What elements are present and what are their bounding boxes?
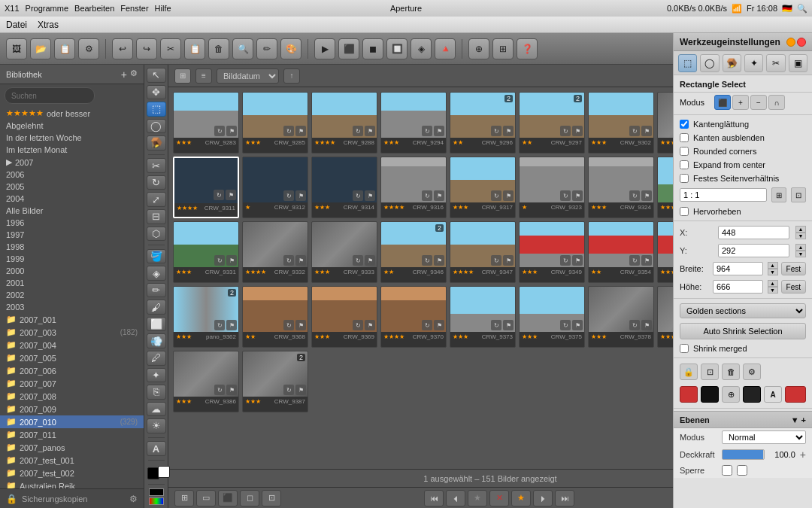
festes-seitenverh-checkbox[interactable] [680,174,689,183]
toolbar-btn-21[interactable]: ❓ [517,38,538,59]
photo-item-CRW_9386[interactable]: ★★★ CRW_9386 ↻ ⚑ [173,351,239,412]
mode-btn-intersect[interactable]: ∩ [768,95,785,110]
photo-rotate-btn[interactable]: ↻ [560,190,571,201]
photo-rotate-btn[interactable]: ↻ [491,255,501,266]
hoehe-input[interactable] [713,280,763,294]
auto-shrink-btn[interactable]: Auto Shrink Selection [680,323,806,339]
photo-flag-btn[interactable]: ⚑ [641,320,652,330]
color-text-btn[interactable]: A [764,386,782,403]
photo-item-CRW_9302[interactable]: ★★★ CRW_9302 ↻ ⚑ [588,92,654,154]
photo-flag-btn[interactable]: ⚑ [365,126,375,136]
rounded-corners-checkbox[interactable] [680,147,689,156]
photo-rotate-btn[interactable]: ↻ [353,190,363,201]
tool-icon-ellipse[interactable]: ◯ [700,54,719,72]
color-swatch-red2[interactable] [785,386,806,403]
sidebar-search-input[interactable] [5,87,95,104]
breite-stepper-up[interactable]: ▲ [768,262,778,269]
x-stepper-down[interactable]: ▼ [795,233,806,239]
photo-item-pano_9362[interactable]: ★★★ pano_9362 2 ↻ ⚑ [173,286,239,348]
photo-item-CRW_9378[interactable]: ★★★ CRW_9378 ↻ ⚑ [588,286,654,348]
hoehe-stepper-up[interactable]: ▲ [768,280,778,287]
mode-btn-subtract[interactable]: − [750,95,767,110]
bottom-btn-view3[interactable]: ◻ [240,490,259,506]
photo-flag-btn[interactable]: ⚑ [295,255,306,266]
config-btn[interactable]: ⚙ [743,364,761,380]
photo-item-CRW_9283[interactable]: ★★★ CRW_9283 ↻ ⚑ [173,92,239,154]
photo-flag-btn[interactable]: ⚑ [503,320,514,330]
photo-item-CRW_9354[interactable]: ★★ CRW_9354 ↻ ⚑ [588,221,654,283]
sort-dropdown[interactable]: Bilddatum Name Bewertung [217,68,279,84]
photo-rotate-btn[interactable]: ↻ [283,190,294,201]
toolbar-btn-16[interactable]: 🔲 [386,38,408,59]
sidebar-bottom-icon2[interactable]: ⚙ [129,494,138,504]
photo-item-CRW_9370[interactable]: ★★★★ CRW_9370 ↻ ⚑ [380,286,447,348]
programme-menu[interactable]: Programme [26,4,68,13]
toolbar-btn-12[interactable]: 🎨 [280,38,301,59]
photo-rotate-btn[interactable]: ↻ [629,190,640,201]
delete-btn[interactable]: 🗑 [722,364,740,380]
sidebar-item-year-1996[interactable]: 1996 [0,217,144,229]
toolbar-btn-19[interactable]: ⊕ [468,38,489,59]
layer-modus-select[interactable]: Normal Multiply Screen [722,430,806,444]
photo-rotate-btn[interactable]: ↻ [283,126,294,136]
photo-rotate-btn[interactable]: ↻ [629,255,640,266]
photo-rotate-btn[interactable]: ↻ [283,320,294,330]
photo-flag-btn[interactable]: ⚑ [226,385,237,395]
photo-flag-btn[interactable]: ⚑ [295,320,306,330]
shrink-merged-checkbox[interactable] [680,344,689,353]
tool-perspective[interactable]: ⬡ [147,227,166,242]
photo-rotate-btn[interactable]: ↻ [560,126,571,136]
tool-smudge[interactable]: ☁ [147,402,166,417]
x-stepper[interactable]: ▲ ▼ [795,226,806,239]
bottom-btn-star2[interactable]: ★ [511,490,531,506]
background-color-swatch[interactable] [158,466,170,478]
color-mode-fg[interactable] [149,488,164,496]
sidebar-item-australien-reik[interactable]: 📁 Australien Reik [0,479,144,488]
golden-sections-dropdown[interactable]: Golden sections Rule of thirds Diagonal … [680,303,806,318]
mode-btn-add[interactable]: + [732,95,749,110]
photo-item-CRW_9323[interactable]: ★ CRW_9323 ↻ ⚑ [519,157,585,218]
sidebar-item-2007-009[interactable]: 📁 2007_009 [0,403,144,415]
photo-rotate-btn[interactable]: ↻ [214,385,225,395]
photo-flag-btn[interactable]: ⚑ [365,190,375,201]
toolbar-btn-10[interactable]: 🔍 [232,38,253,59]
photo-rotate-btn[interactable]: ↻ [214,255,225,266]
color-mode-grad[interactable] [149,497,164,505]
photo-rotate-btn[interactable]: ↻ [560,255,571,266]
tool-crop[interactable]: ✂ [147,158,166,173]
x-input[interactable] [718,226,789,239]
sidebar-item-2007-test-002[interactable]: 📁 2007_test_002 [0,467,144,479]
tool-brush[interactable]: 🖌 [147,300,166,315]
sidebar-item-year-2004[interactable]: 2004 [0,193,144,205]
tool-ink[interactable]: 🖊 [147,351,166,366]
photo-item-CRW_9375[interactable]: ★★★ CRW_9375 ↻ ⚑ [519,286,585,348]
color-swatch-dark[interactable] [743,386,761,403]
toolbar-btn-1[interactable]: 🖼 [6,38,27,59]
photo-item-CRW_9316[interactable]: ★★★★ CRW_9316 ↻ ⚑ [380,157,447,218]
view-grid-btn[interactable]: ⊞ [174,68,191,84]
color-swatch-red[interactable] [680,386,698,403]
tool-panel-minimize-btn[interactable] [786,38,795,47]
sidebar-menu-btn[interactable]: ⚙ [130,68,138,81]
y-stepper[interactable]: ▲ ▼ [795,244,806,257]
photo-rotate-btn[interactable]: ↻ [214,126,225,136]
kanten-ausblenden-checkbox[interactable] [680,133,689,142]
tool-dodge[interactable]: ☀ [147,418,166,433]
toolbar-btn-5[interactable]: ↩ [112,38,133,59]
photo-flag-btn[interactable]: ⚑ [572,126,583,136]
sidebar-bottom-icon1[interactable]: 🔒 [6,494,17,504]
view-list-btn[interactable]: ≡ [195,68,212,84]
bottom-btn-next[interactable]: ⏵ [533,490,553,506]
sidebar-item-year-2002[interactable]: 2002 [0,289,144,301]
sidebar-item-2007-test-001[interactable]: 📁 2007_test_001 [0,454,144,467]
tool-pencil[interactable]: ✏ [147,283,166,298]
photo-item-CRW_9311[interactable]: ★★★★ CRW_9311 ↻ ⚑ [173,157,239,218]
hoehe-stepper[interactable]: ▲ ▼ [768,280,778,294]
toolbar-btn-3[interactable]: 📋 [54,38,75,59]
x-stepper-up[interactable]: ▲ [795,226,806,233]
sidebar-item-filter-stars[interactable]: ★★★★★ oder besser [0,107,144,120]
tool-icon-free[interactable]: 🪤 [723,54,741,72]
sidebar-add-btn[interactable]: + [121,68,127,81]
sidebar-item-year-2001[interactable]: 2001 [0,277,144,289]
tool-heal[interactable]: ✦ [147,368,166,383]
